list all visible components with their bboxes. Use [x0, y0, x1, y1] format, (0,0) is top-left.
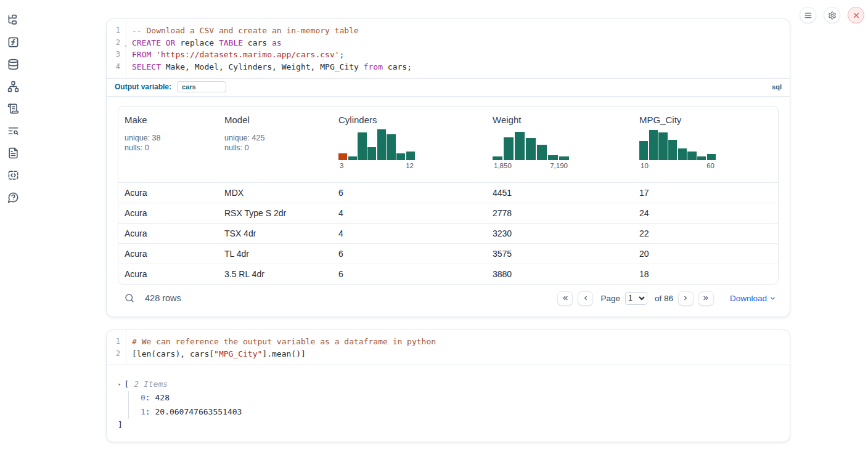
output-variable-label: Output variable:	[115, 83, 171, 91]
output-variable-input[interactable]	[177, 81, 226, 92]
histogram-bar	[559, 156, 569, 160]
hamburger-icon	[804, 11, 813, 20]
token-keyword: as	[272, 38, 282, 47]
token-comment: # We can reference the output variable a…	[132, 337, 436, 346]
file-tree-icon[interactable]	[7, 14, 19, 26]
table-cell: RSX Type S 2dr	[218, 203, 332, 223]
axis-max-label: 7,190	[550, 162, 568, 169]
histogram-bar	[387, 134, 395, 160]
sql-code-editor[interactable]: 1-- Download a CSV and create an in-memo…	[107, 19, 790, 78]
table-cell: 24	[633, 203, 778, 223]
histogram-bar	[668, 140, 677, 160]
histogram-bars	[493, 128, 569, 160]
axis-min-label: 3	[340, 162, 343, 169]
table-cell: 6	[332, 264, 486, 284]
column-name[interactable]: MPG_City	[639, 115, 772, 125]
null-count: nulls: 0	[125, 143, 212, 153]
function-icon[interactable]	[7, 36, 19, 48]
shutdown-button[interactable]	[848, 7, 864, 23]
histogram-bar	[348, 156, 357, 160]
table-cell: 4	[332, 224, 486, 243]
item-key: 1	[141, 407, 145, 416]
table-cell: 4451	[486, 183, 633, 203]
python-code-editor[interactable]: 1# We can reference the output variable …	[107, 330, 790, 365]
menu-button[interactable]	[800, 7, 816, 23]
line-number: 2	[107, 348, 126, 360]
collapse-chevron-icon[interactable]: ▾	[118, 381, 121, 387]
item-key: 0	[141, 393, 145, 402]
page-select[interactable]: 1	[625, 292, 647, 305]
dependency-graph-icon[interactable]	[7, 81, 19, 92]
first-page-button[interactable]	[557, 291, 573, 305]
histogram-bar	[526, 138, 536, 160]
column-name[interactable]: Make	[125, 115, 212, 125]
gear-icon	[828, 11, 837, 20]
histogram-bar	[358, 132, 366, 160]
column-histogram[interactable]: 312	[338, 128, 415, 169]
item-value: 20.060747663551403	[155, 407, 242, 416]
column-stats: unique: 425nulls: 0	[224, 133, 326, 153]
table-cell: 18	[633, 264, 778, 284]
language-badge[interactable]: sql	[772, 83, 782, 91]
table-row: AcuraMDX6445117	[118, 183, 778, 203]
column-stats: unique: 38nulls: 0	[125, 133, 212, 153]
line-number: 2⌄	[107, 37, 126, 49]
page-label: Page	[600, 294, 620, 303]
chevrons-right-icon	[702, 294, 710, 302]
table-cell: 3575	[486, 244, 633, 264]
column-name[interactable]: Model	[224, 115, 326, 125]
tree-items: 0: 4281: 20.060747663551403	[128, 391, 779, 419]
snippets-icon[interactable]	[7, 169, 19, 181]
scratchpad-icon[interactable]	[7, 103, 19, 115]
axis-min-label: 1,850	[494, 162, 512, 169]
item-separator: :	[145, 407, 155, 416]
table-cell: Acura	[118, 244, 218, 264]
last-page-button[interactable]	[698, 291, 714, 305]
table-cell: Acura	[118, 264, 218, 284]
table-cell: 20	[633, 244, 778, 264]
unique-count: unique: 38	[125, 133, 212, 144]
null-count: nulls: 0	[224, 143, 326, 153]
histogram-bar	[396, 153, 405, 160]
download-button[interactable]: Download	[730, 294, 776, 303]
table-cell: 4	[332, 203, 486, 223]
table-cell: 6	[332, 244, 486, 264]
next-page-button[interactable]	[678, 291, 694, 305]
column-histogram[interactable]: 1,8507,190	[493, 128, 569, 169]
table-cell: 2778	[486, 203, 633, 223]
sidebar-panel-icons	[0, 0, 27, 449]
settings-button[interactable]	[824, 7, 840, 23]
token-string: "MPG_City"	[214, 349, 262, 358]
axis-max-label: 12	[406, 162, 414, 169]
token-keyword: CREATE OR	[132, 38, 175, 47]
prev-page-button[interactable]	[578, 291, 593, 305]
column-name[interactable]: Weight	[493, 115, 627, 125]
table-header-row: Makeunique: 38nulls: 0Modelunique: 425nu…	[118, 107, 778, 183]
code-text: [len(cars), cars["MPG_City"].mean()]	[126, 348, 306, 360]
table-cell: 3.5 RL 4dr	[218, 264, 332, 284]
tree-item: 0: 428	[141, 391, 779, 405]
histogram-bar	[707, 154, 716, 160]
histogram-bar	[406, 152, 415, 160]
column-name[interactable]: Cylinders	[338, 115, 480, 125]
database-icon[interactable]	[7, 59, 19, 70]
output-variable-bar: Output variable: sql	[107, 78, 790, 96]
token-keyword: from	[364, 62, 383, 71]
download-label: Download	[730, 294, 767, 303]
close-icon	[852, 11, 861, 20]
column-header: Makeunique: 38nulls: 0	[118, 107, 218, 182]
documentation-icon[interactable]	[7, 147, 19, 159]
search-icon[interactable]	[124, 293, 135, 304]
code-text: # We can reference the output variable a…	[126, 336, 436, 348]
python-cell: 1# We can reference the output variable …	[106, 330, 790, 442]
logs-search-icon[interactable]	[7, 125, 19, 137]
column-histogram[interactable]: 1060	[639, 128, 716, 169]
token-plain: ;	[340, 50, 345, 59]
histogram-bar	[367, 147, 376, 160]
tree-item: 1: 20.060747663551403	[141, 405, 779, 419]
help-icon[interactable]	[7, 192, 19, 203]
table-footer: 428 rows Page 1 of 86	[118, 285, 779, 310]
chevrons-left-icon	[562, 294, 569, 302]
token-plain	[151, 50, 156, 59]
table-body: AcuraMDX6445117AcuraRSX Type S 2dr427782…	[118, 183, 778, 284]
